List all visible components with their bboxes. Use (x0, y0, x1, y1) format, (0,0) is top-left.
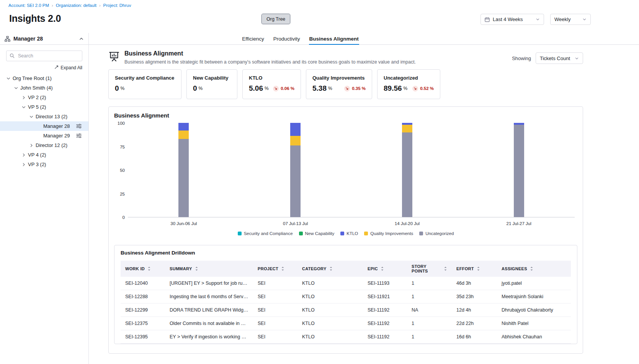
tree-item-label: Manager 28 (43, 123, 70, 129)
column-header-inner: CATEGORY (302, 266, 358, 271)
table-cell: Abhishek Chauhan (497, 330, 571, 344)
tab-efficiency[interactable]: Efficiency (242, 33, 265, 44)
bar-segment-uncategorized[interactable] (514, 125, 524, 217)
column-header-story-points[interactable]: STORY POINTS (407, 261, 452, 277)
search-input[interactable] (6, 51, 82, 61)
tree-item-vp-3-2[interactable]: VP 3 (2) (0, 160, 88, 169)
stat-card-unit: % (265, 86, 269, 91)
chevron-right-icon[interactable] (21, 162, 26, 167)
tab-productivity[interactable]: Productivity (273, 33, 301, 44)
bar-segment-uncategorized[interactable] (178, 139, 189, 217)
stat-card-delta: 0.35 % (340, 86, 366, 91)
sort-icon[interactable] (281, 266, 284, 271)
chevron-down-icon[interactable] (21, 105, 26, 109)
sort-icon[interactable] (477, 266, 480, 271)
column-header-label: CATEGORY (302, 266, 327, 271)
chevron-down-icon[interactable] (6, 76, 11, 81)
filter-sliders-icon[interactable] (76, 124, 82, 129)
chevron-up-icon[interactable] (79, 36, 84, 41)
tree-item-label: VP 2 (2) (28, 95, 46, 100)
legend-item-security-and-compliance[interactable]: Security and Compliance (238, 231, 293, 236)
table-cell: KTLO (297, 330, 363, 344)
legend-item-ktlo[interactable]: KTLO (340, 231, 358, 236)
stat-card-unit: % (199, 86, 203, 91)
stat-card-title: New Capability (193, 75, 231, 81)
chevron-right-icon[interactable] (21, 95, 26, 100)
tree-item-john-smith-4[interactable]: John Smith (4) (0, 83, 88, 93)
bar-segment-quality-improvements[interactable] (178, 131, 189, 139)
breadcrumb-link-organization-default[interactable]: Organization: default (56, 3, 96, 8)
stat-card-delta-value: 0.52 % (420, 86, 434, 91)
bar-segment-quality-improvements[interactable] (290, 136, 301, 145)
tree-item-vp-5-2[interactable]: VP 5 (2) (0, 102, 88, 112)
table-cell: SEI (253, 290, 297, 304)
tree-item-manager-29[interactable]: Manager 29 (0, 131, 88, 140)
breadcrumb-separator-icon: › (99, 3, 101, 8)
date-range-select[interactable]: Last 4 Weeks (480, 14, 544, 25)
table-cell: SEI-11921 (363, 290, 407, 304)
stacked-bar[interactable] (290, 123, 301, 217)
column-header-category[interactable]: CATEGORY (297, 261, 363, 277)
sort-icon[interactable] (147, 266, 151, 271)
granularity-select[interactable]: Weekly (550, 14, 591, 25)
column-header-assignees[interactable]: ASSIGNEES (497, 261, 571, 277)
column-header-effort[interactable]: EFFORT (452, 261, 497, 277)
bar-segment-uncategorized[interactable] (402, 132, 412, 217)
chevron-down-icon[interactable] (14, 86, 18, 90)
topbar: Account: SEI 2.0 PM›Organization: defaul… (0, 0, 639, 33)
column-header-epic[interactable]: EPIC (363, 261, 407, 277)
bar-segment-ktlo[interactable] (178, 123, 189, 131)
table-cell: Meetrajsinh Solanki (497, 290, 571, 304)
stacked-bar[interactable] (402, 123, 412, 217)
column-header-project[interactable]: PROJECT (253, 261, 297, 277)
stacked-bar[interactable] (178, 123, 189, 217)
chevron-right-icon[interactable] (29, 143, 34, 148)
tab-business-alignment[interactable]: Business Alignment (309, 33, 359, 44)
x-axis-label: 14 Jul-20 Jul (351, 221, 463, 226)
filter-sliders-icon[interactable] (76, 133, 82, 138)
body-row: Manager 28 Expand All Org Tree Root (1)J… (0, 33, 639, 364)
table-cell: Older Commits is not available in SEI - … (165, 317, 253, 330)
table-cell: 12d 4h (452, 304, 497, 317)
tree-item-manager-28[interactable]: Manager 28 (0, 121, 88, 131)
legend-swatch (340, 232, 344, 235)
stat-card-delta: 0.52 % (409, 86, 434, 91)
legend-item-new-capability[interactable]: New Capability (299, 231, 335, 236)
legend-item-quality-improvements[interactable]: Quality Improvements (364, 231, 413, 236)
bar-segment-ktlo[interactable] (290, 123, 301, 136)
tree-item-vp-2-2[interactable]: VP 2 (2) (0, 93, 88, 102)
tree-item-vp-4-2[interactable]: VP 4 (2) (0, 150, 88, 160)
column-header-summary[interactable]: SUMMARY (165, 261, 253, 277)
table-cell: 1 (407, 290, 452, 304)
chevron-down-icon[interactable] (29, 114, 34, 119)
widget-titles: Business Alignment Business alignment is… (124, 50, 416, 65)
presentation-chart-icon (108, 51, 120, 62)
column-header-label: EPIC (368, 266, 378, 271)
column-header-work-id[interactable]: WORK ID (121, 261, 165, 277)
legend-swatch (364, 232, 368, 235)
breadcrumb-link-account-sei-2-0-pm[interactable]: Account: SEI 2.0 PM (8, 3, 49, 8)
sort-icon[interactable] (444, 266, 447, 271)
search-wrap (6, 51, 82, 61)
bar-segment-uncategorized[interactable] (290, 145, 301, 217)
stacked-bar[interactable] (514, 123, 524, 217)
widget-description: Business alignment is the strategic fit … (124, 59, 416, 65)
sort-icon[interactable] (195, 266, 198, 271)
stat-card-title: Security and Compliance (115, 75, 175, 81)
chevron-right-icon[interactable] (21, 153, 26, 157)
legend-item-uncategorized[interactable]: Uncategorized (419, 231, 454, 236)
tree-item-director-13-2[interactable]: Director 13 (2) (0, 112, 88, 121)
bar-group (240, 123, 351, 217)
tree-item-org-tree-root-1[interactable]: Org Tree Root (1) (0, 73, 88, 83)
org-tree-button[interactable]: Org Tree (261, 14, 290, 24)
sort-icon[interactable] (530, 266, 533, 271)
bar-segment-quality-improvements[interactable] (402, 125, 412, 132)
tree-item-director-12-2[interactable]: Director 12 (2) (0, 140, 88, 150)
sort-icon[interactable] (329, 266, 333, 271)
showing-select[interactable]: Tickets Count (536, 52, 583, 64)
expand-all-button[interactable]: Expand All (6, 65, 82, 70)
breadcrumb-link-project-dhruv[interactable]: Project: Dhruv (103, 3, 131, 8)
chevron-down-icon (575, 56, 579, 60)
page-title: Insights 2.0 (9, 13, 61, 24)
sort-icon[interactable] (381, 266, 384, 271)
